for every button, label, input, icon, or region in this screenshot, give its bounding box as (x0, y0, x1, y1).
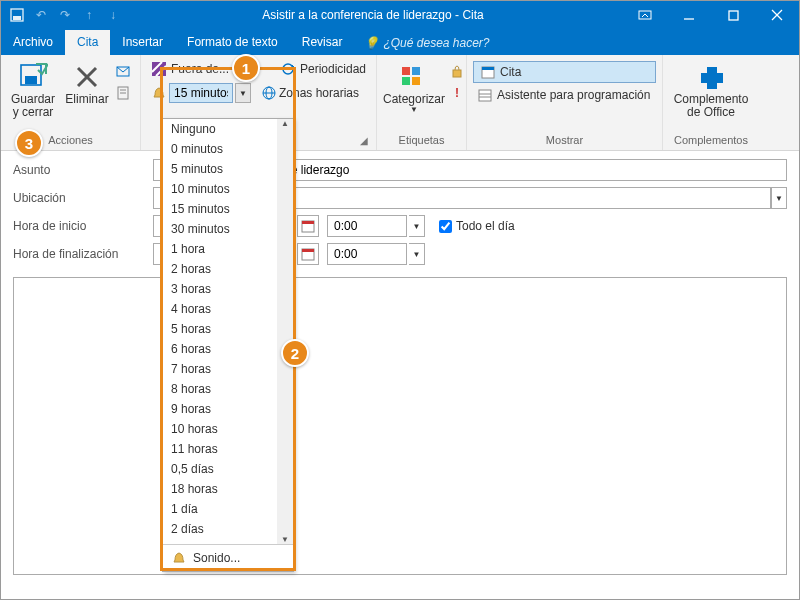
scheduling-assistant-button[interactable]: Asistente para programación (473, 85, 656, 105)
start-calendar-button[interactable] (297, 215, 319, 237)
svg-rect-2 (639, 11, 651, 19)
tab-insertar[interactable]: Insertar (110, 30, 175, 55)
reminder-input[interactable] (169, 83, 233, 103)
dropdown-item[interactable]: 2 horas (163, 259, 293, 279)
dropdown-item[interactable]: 10 horas (163, 419, 293, 439)
svg-rect-23 (412, 67, 420, 75)
dropdown-item[interactable]: 11 horas (163, 439, 293, 459)
show-as-label: Fuera de... (171, 62, 229, 76)
tab-archivo[interactable]: Archivo (1, 30, 65, 55)
sound-option[interactable]: Sonido... (163, 544, 293, 571)
end-time-input[interactable] (327, 243, 407, 265)
bell-icon (151, 85, 167, 101)
dropdown-item[interactable]: 8 horas (163, 379, 293, 399)
dropdown-item[interactable]: 3 días (163, 539, 293, 544)
svg-rect-35 (302, 249, 314, 252)
tell-me[interactable]: 💡 ¿Qué desea hacer? (354, 31, 499, 55)
redo-icon[interactable]: ↷ (55, 5, 75, 25)
dropdown-item[interactable]: 5 minutos (163, 159, 293, 179)
ribbon: Guardar y cerrar Eliminar Acciones Fuera… (1, 55, 799, 151)
dropdown-item[interactable]: 1 hora (163, 239, 293, 259)
delete-label: Eliminar (65, 93, 108, 106)
scheduling-icon (477, 87, 493, 103)
end-label: Hora de finalización (13, 247, 153, 261)
timezones-label[interactable]: Zonas horarias (279, 86, 359, 100)
svg-point-18 (283, 64, 293, 74)
svg-rect-26 (453, 70, 461, 77)
tell-me-text: ¿Qué desea hacer? (383, 36, 489, 50)
recurrence-label[interactable]: Periodicidad (300, 62, 366, 76)
tab-formato[interactable]: Formato de texto (175, 30, 290, 55)
private-icon[interactable] (449, 63, 465, 79)
dropdown-item[interactable]: 4 horas (163, 299, 293, 319)
dropdown-item[interactable]: Ninguno (163, 119, 293, 139)
svg-rect-24 (402, 77, 410, 85)
dropdown-item[interactable]: 6 horas (163, 339, 293, 359)
minimize-button[interactable] (667, 1, 711, 29)
dropdown-item[interactable]: 0 minutos (163, 139, 293, 159)
maximize-button[interactable] (711, 1, 755, 29)
svg-rect-33 (302, 221, 314, 224)
save-close-button[interactable]: Guardar y cerrar (7, 59, 59, 119)
view-cita-label: Cita (500, 65, 521, 79)
dropdown-item[interactable]: 10 minutos (163, 179, 293, 199)
dropdown-item[interactable]: 0,5 días (163, 459, 293, 479)
dropdown-item[interactable]: 15 minutos (163, 199, 293, 219)
allday-checkbox[interactable] (439, 220, 452, 233)
end-calendar-button[interactable] (297, 243, 319, 265)
title-bar: ↶ ↷ ↑ ↓ Asistir a la conferencia de lide… (1, 1, 799, 29)
svg-rect-8 (25, 76, 37, 84)
dropdown-item[interactable]: 5 horas (163, 319, 293, 339)
appointment-form: Asunto Ubicación ▼ Hora de inicio ▼ Todo… (1, 151, 799, 277)
bell-sound-icon (171, 550, 187, 566)
forward-icon[interactable] (115, 63, 131, 79)
calendar-icon (480, 64, 496, 80)
ribbon-options-icon[interactable] (623, 1, 667, 29)
sound-label: Sonido... (193, 551, 240, 565)
dropdown-item[interactable]: 9 horas (163, 399, 293, 419)
reminder-dropdown-button[interactable]: ▼ (235, 83, 251, 103)
dropdown-item[interactable]: 30 minutos (163, 219, 293, 239)
tab-revisar[interactable]: Revisar (290, 30, 355, 55)
recurrence-icon (280, 61, 296, 77)
close-button[interactable] (755, 1, 799, 29)
start-time-input[interactable] (327, 215, 407, 237)
svg-rect-1 (13, 16, 21, 20)
reminder-dropdown-list: Ninguno0 minutos5 minutos10 minutos15 mi… (162, 118, 294, 572)
importance-icon[interactable]: ! (449, 85, 465, 101)
dropdown-item[interactable]: 18 horas (163, 479, 293, 499)
group-addins-label: Complementos (669, 134, 753, 148)
up-icon[interactable]: ↑ (79, 5, 99, 25)
delete-button[interactable]: Eliminar (63, 59, 111, 106)
down-icon[interactable]: ↓ (103, 5, 123, 25)
delete-icon (71, 61, 103, 93)
dropdown-item[interactable]: 7 horas (163, 359, 293, 379)
save-icon[interactable] (7, 5, 27, 25)
marker-3: 3 (15, 129, 43, 157)
addin-icon (695, 61, 727, 93)
dropdown-item[interactable]: 2 días (163, 519, 293, 539)
globe-icon (261, 85, 277, 101)
dialog-launcher-icon[interactable]: ◢ (360, 135, 372, 147)
appointment-body[interactable] (13, 277, 787, 575)
tab-cita[interactable]: Cita (65, 30, 110, 55)
save-close-icon (17, 61, 49, 93)
view-cita-button[interactable]: Cita (473, 61, 656, 83)
dropdown-item[interactable]: 1 día (163, 499, 293, 519)
notes-icon[interactable] (115, 85, 131, 101)
start-time-dropdown[interactable]: ▼ (409, 215, 425, 237)
end-time-dropdown[interactable]: ▼ (409, 243, 425, 265)
undo-icon[interactable]: ↶ (31, 5, 51, 25)
allday-label: Todo el día (456, 219, 515, 233)
group-views-label: Mostrar (473, 134, 656, 148)
scrollbar[interactable]: ▲▼ (277, 119, 293, 544)
categorize-button[interactable]: Categorizar ▼ (383, 59, 445, 115)
office-addin-button[interactable]: Complemento de Office (669, 59, 753, 119)
dropdown-item[interactable]: 3 horas (163, 279, 293, 299)
location-dropdown[interactable]: ▼ (771, 187, 787, 209)
svg-rect-28 (482, 67, 494, 70)
group-tags-label: Etiquetas (383, 134, 460, 148)
svg-rect-25 (412, 77, 420, 85)
location-label: Ubicación (13, 191, 153, 205)
window-title: Asistir a la conferencia de liderazgo - … (123, 8, 623, 22)
